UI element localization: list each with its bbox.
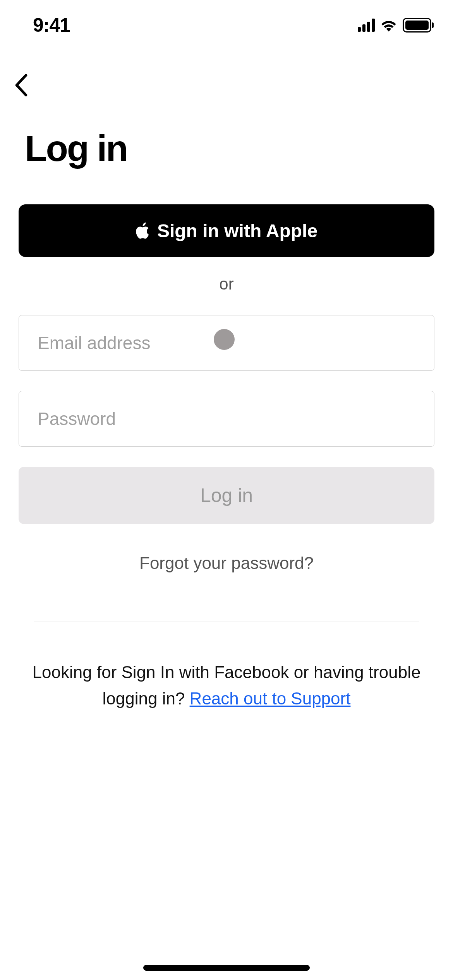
battery-icon [403,18,434,33]
cellular-signal-icon [358,19,375,32]
sign-in-with-apple-button[interactable]: Sign in with Apple [19,204,434,257]
status-indicators [358,18,434,33]
page-title: Log in [25,128,434,170]
forgot-password-link[interactable]: Forgot your password? [19,553,434,573]
password-field[interactable] [19,391,434,447]
home-indicator [143,965,310,971]
apple-button-label: Sign in with Apple [157,220,317,242]
back-button[interactable] [15,74,38,97]
support-link[interactable]: Reach out to Support [190,689,351,708]
status-time: 9:41 [33,14,70,36]
login-button[interactable]: Log in [19,467,434,524]
main-content: Log in Sign in with Apple or Log in Forg… [0,128,453,712]
apple-logo-icon [136,222,149,239]
divider-line [34,622,419,622]
wifi-icon [380,19,397,32]
email-field[interactable] [19,315,434,371]
navigation-bar [0,66,453,105]
chevron-left-icon [15,74,28,96]
support-text: Looking for Sign In with Facebook or hav… [19,659,434,712]
or-divider: or [19,275,434,293]
status-bar: 9:41 [0,0,453,50]
